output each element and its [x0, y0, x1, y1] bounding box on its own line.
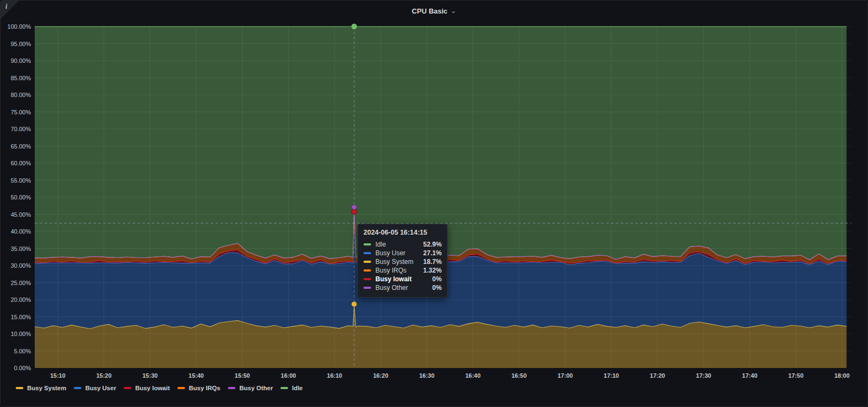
x-axis-label: 15:30 — [142, 372, 157, 379]
y-axis-label: 100.00% — [2, 23, 31, 30]
series-swatch-icon — [363, 278, 371, 280]
series-swatch-icon — [280, 387, 288, 389]
tooltip-series-label: Busy Iowait — [375, 275, 412, 283]
tooltip-series-label: Busy Other — [375, 284, 408, 292]
x-axis-label: 17:30 — [696, 372, 711, 379]
legend-label: Busy Other — [239, 385, 273, 391]
x-axis-label: 16:50 — [512, 372, 527, 379]
y-axis-label: 90.00% — [2, 57, 31, 64]
series-swatch-icon — [363, 269, 371, 272]
chart-canvas[interactable] — [35, 27, 851, 368]
y-axis-label: 0.00% — [2, 365, 31, 371]
tooltip-series-label: Busy IRQs — [375, 267, 406, 274]
y-axis-label: 25.00% — [2, 280, 31, 286]
y-axis-label: 55.00% — [2, 177, 31, 184]
x-axis-label: 18:00 — [834, 372, 850, 379]
x-axis-label: 15:40 — [189, 372, 204, 379]
y-axis-label: 30.00% — [2, 262, 31, 269]
x-axis-label: 17:40 — [742, 372, 757, 379]
series-swatch-icon — [363, 287, 371, 289]
tooltip-row-busy-system: Busy System18.7% — [363, 257, 442, 266]
x-axis-label: 16:40 — [465, 372, 481, 379]
tooltip-series-value: 18.7% — [423, 258, 442, 266]
x-axis-label: 15:10 — [50, 372, 65, 379]
series-swatch-icon — [363, 252, 371, 254]
y-axis-label: 40.00% — [2, 228, 31, 235]
series-swatch-icon — [363, 261, 371, 263]
tooltip-series-value: 1.32% — [423, 267, 442, 274]
tooltip-row-busy-irqs: Busy IRQs1.32% — [363, 266, 442, 275]
legend-item-busy-user[interactable]: Busy User — [74, 385, 116, 391]
y-axis-label: 60.00% — [2, 160, 31, 166]
series-swatch-icon — [177, 387, 185, 389]
y-axis-label: 10.00% — [2, 331, 31, 337]
x-axis-label: 16:20 — [373, 372, 388, 379]
x-axis-label: 16:30 — [419, 372, 435, 379]
legend-item-busy-system[interactable]: Busy System — [16, 385, 66, 391]
tooltip-series-value: 0% — [432, 284, 442, 292]
y-axis-label: 65.00% — [2, 143, 31, 150]
tooltip-series-label: Busy System — [375, 258, 413, 266]
legend-item-idle[interactable]: Idle — [280, 385, 303, 391]
panel-title-menu[interactable]: CPU Basic ⌄ — [1, 1, 867, 21]
cpu-basic-panel: i CPU Basic ⌄ 0.00%5.00%10.00%15.00%20.0… — [0, 0, 868, 407]
legend-label: Idle — [292, 385, 303, 391]
legend-label: Busy Iowait — [135, 385, 170, 391]
y-axis-label: 80.00% — [2, 92, 31, 98]
y-axis-label: 75.00% — [2, 109, 31, 115]
tooltip-series-value: 0% — [432, 275, 442, 283]
legend-item-busy-irqs[interactable]: Busy IRQs — [177, 385, 220, 391]
x-axis-label: 17:10 — [604, 372, 619, 379]
tooltip-row-busy-other: Busy Other0% — [363, 283, 442, 292]
hover-point-busy-system — [352, 301, 357, 307]
series-swatch-icon — [16, 387, 23, 389]
series-swatch-icon — [74, 387, 81, 389]
x-axis-label: 16:00 — [281, 372, 296, 379]
y-axis-label: 95.00% — [2, 41, 31, 47]
tooltip-row-idle: Idle52.9% — [363, 240, 442, 249]
legend-label: Busy User — [85, 385, 116, 391]
legend-item-busy-other[interactable]: Busy Other — [228, 385, 273, 391]
y-axis-label: 85.00% — [2, 75, 31, 81]
series-swatch-icon — [124, 387, 131, 389]
hover-point-busy-other — [352, 205, 356, 210]
legend-label: Busy IRQs — [189, 385, 220, 391]
hover-tooltip: 2024-06-05 16:14:15 Idle52.9%Busy User27… — [358, 224, 448, 298]
y-axis-label: 5.00% — [2, 348, 31, 354]
y-axis-label: 50.00% — [2, 194, 31, 201]
series-swatch-icon — [363, 243, 371, 246]
tooltip-row-busy-user: Busy User27.1% — [363, 249, 442, 257]
legend-label: Busy System — [27, 385, 66, 391]
chevron-down-icon: ⌄ — [451, 7, 456, 15]
series-swatch-icon — [228, 387, 235, 389]
panel-title: CPU Basic — [412, 7, 448, 15]
tooltip-series-label: Idle — [375, 241, 386, 248]
x-axis-label: 17:20 — [650, 372, 665, 379]
y-axis-label: 70.00% — [2, 126, 31, 132]
y-axis-label: 15.00% — [2, 314, 31, 320]
tooltip-timestamp: 2024-06-05 16:14:15 — [363, 229, 442, 236]
x-axis-label: 17:00 — [558, 372, 573, 379]
x-axis-label: 15:20 — [96, 372, 111, 379]
tooltip-series-value: 27.1% — [423, 249, 442, 257]
x-axis-label: 16:10 — [327, 372, 342, 379]
legend: Busy SystemBusy UserBusy IowaitBusy IRQs… — [16, 385, 310, 391]
x-axis-label: 15:50 — [235, 372, 250, 379]
tooltip-series-value: 52.9% — [423, 241, 442, 248]
hover-point-idle — [351, 24, 357, 30]
y-axis-label: 45.00% — [2, 211, 31, 218]
y-axis-label: 35.00% — [2, 246, 31, 252]
tooltip-row-busy-iowait: Busy Iowait0% — [363, 275, 442, 283]
x-axis-label: 17:50 — [788, 372, 803, 379]
legend-item-busy-iowait[interactable]: Busy Iowait — [124, 385, 170, 391]
tooltip-series-label: Busy User — [375, 249, 405, 257]
y-axis-label: 20.00% — [2, 296, 31, 303]
